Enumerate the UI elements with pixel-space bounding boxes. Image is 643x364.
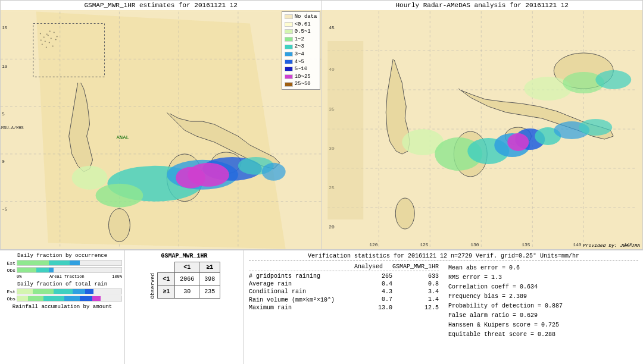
svg-point-19 (72, 166, 108, 190)
rain-chart: Est Obs (2, 288, 122, 302)
metric-7: Equitable threat score = 0.288 (448, 330, 638, 340)
est-label-1: Est (2, 261, 15, 266)
svg-point-18 (96, 184, 143, 208)
stat-row-4: Maximum rain 13.0 12.5 (249, 305, 439, 311)
stat-gsmap-4: 12.5 (397, 305, 439, 311)
col-header-less: <1 (175, 262, 199, 273)
svg-rect-70 (327, 41, 363, 219)
stat-name-3: Rain volume (mm×km²×10⁶) (249, 296, 358, 303)
occurrence-chart: Est Obs 0% A (2, 260, 122, 279)
svg-point-35 (49, 30, 51, 32)
stat-gsmap-2: 3.4 (397, 288, 439, 295)
metric-0: Mean abs error = 0.6 (448, 263, 638, 273)
est-label-2: Est (2, 289, 15, 294)
svg-text:120: 120 (369, 242, 378, 247)
accumulation-title: Rainfall accumulation by amount (2, 304, 122, 310)
contingency-panel: GSMAP_MWR_1HR <1 ≥1 Observed <1 2066 398… (125, 250, 244, 364)
svg-point-17 (176, 167, 205, 189)
legend-3-4: 3~4 (285, 51, 317, 58)
occurrence-title: Daily fraction by occurrence (2, 253, 122, 259)
stats-title: Verification statistics for 20161121 12 … (249, 253, 638, 261)
occurrence-obs-bar (17, 267, 122, 273)
stat-analysed-2: 4.3 (363, 288, 392, 295)
stat-name-0: # gridpoints raining (249, 273, 358, 280)
right-map-title: Hourly Radar-AMeDAS analysis for 2016112… (322, 1, 643, 10)
right-map-svg: 45 40 35 30 25 20 120 125 130 135 140 14… (322, 11, 643, 249)
bottom-row: Daily fraction by occurrence Est Obs (0, 250, 643, 364)
svg-point-24 (45, 40, 46, 42)
obs-label-2: Obs (2, 296, 15, 302)
svg-text:45: 45 (329, 25, 335, 30)
svg-point-25 (54, 32, 55, 33)
stats-col-headers: Analysed GSMAP_MWR_1HR (249, 263, 439, 271)
metric-1: RMS error = 1.3 (448, 273, 638, 283)
stat-row-2: Conditional rain 4.3 3.4 (249, 288, 439, 295)
rain-title: Daily fraction of total rain (2, 281, 122, 287)
stat-row-1: Average rain 0.4 0.8 (249, 281, 439, 287)
stat-row-3: Rain volume (mm×km²×10⁶) 0.7 1.4 (249, 296, 439, 303)
svg-point-23 (51, 37, 52, 39)
rain-obs-row: Obs (2, 296, 122, 302)
legend-05-1: 0.5~1 (285, 28, 317, 36)
legend-4-5: 4~5 (285, 58, 317, 66)
stats-grid: Analysed GSMAP_MWR_1HR # gridpoints rain… (249, 263, 638, 340)
legend-no-data: No data (285, 13, 317, 21)
svg-text:ANAL: ANAL (116, 135, 129, 141)
rain-est-bar (17, 288, 122, 294)
legend-001: <0.01 (285, 21, 317, 29)
right-map-svg-container: 45 40 35 30 25 20 120 125 130 135 140 14… (322, 11, 643, 249)
occurrence-obs-row: Obs (2, 267, 122, 273)
legend-10-25: 10~25 (285, 73, 317, 81)
cell-gl: 30 (175, 285, 199, 299)
svg-point-27 (57, 36, 58, 37)
svg-point-21 (262, 163, 286, 181)
occurrence-axis: 0% Areal fraction 100% (2, 274, 122, 279)
stats-panel: Verification statistics for 20161121 12 … (244, 250, 643, 364)
metric-5: False alarm ratio = 0.629 (448, 311, 638, 321)
stat-name-2: Conditional rain (249, 288, 358, 295)
legend: No data <0.01 0.5~1 1~2 2~3 (282, 11, 320, 90)
stat-gsmap-1: 0.8 (397, 281, 439, 287)
main-container: GSMAP_MWR_1HR estimates for 20161121 12 … (0, 0, 643, 364)
left-map-svg: 15 10 5 0 -5 ANAL (1, 11, 322, 249)
stat-analysed-0: 265 (363, 273, 392, 280)
svg-text:-5: -5 (2, 206, 8, 212)
svg-text:0: 0 (2, 159, 5, 164)
cell-lg: 398 (199, 273, 220, 286)
row-header-ge: ≥1 (158, 285, 175, 299)
metric-2: Correlation coeff = 0.634 (448, 283, 638, 292)
svg-point-34 (46, 46, 47, 48)
col-header-analysed: Analysed (353, 263, 383, 270)
svg-point-30 (40, 39, 42, 40)
svg-point-32 (43, 36, 45, 37)
svg-point-28 (46, 33, 48, 34)
left-map-y-label: MetOp-A/AMSU-A/MHS (0, 125, 24, 130)
stat-analysed-4: 13.0 (363, 305, 392, 311)
svg-point-80 (579, 119, 612, 136)
legend-1-2: 1~2 (285, 36, 317, 43)
obs-side-label: Observed (148, 273, 158, 299)
cont-title: GSMAP_MWR_1HR (129, 253, 240, 259)
svg-point-33 (55, 39, 57, 40)
obs-label-1: Obs (2, 268, 15, 273)
left-map-svg-container: 15 10 5 0 -5 ANAL MetOp-A/AMSU-A/MHS (1, 11, 322, 249)
provided-by-label: Provided by: JWA/JMA (583, 243, 640, 248)
legend-2-3: 2~3 (285, 43, 317, 51)
col-header-gsmap: GSMAP_MWR_1HR (392, 263, 439, 270)
stat-gsmap-0: 633 (397, 273, 439, 280)
svg-text:140: 140 (573, 242, 582, 247)
contingency-table: <1 ≥1 Observed <1 2066 398 ≥1 30 235 (148, 262, 221, 299)
stats-left-col: Analysed GSMAP_MWR_1HR # gridpoints rain… (249, 263, 439, 340)
legend-5-10: 5~10 (285, 65, 317, 73)
charts-panel: Daily fraction by occurrence Est Obs (0, 250, 125, 364)
metric-3: Frequency bias = 2.389 (448, 292, 638, 302)
right-map-panel: Hourly Radar-AMeDAS analysis for 2016112… (322, 0, 644, 250)
svg-text:10: 10 (2, 64, 8, 69)
svg-text:130: 130 (470, 242, 479, 247)
rain-obs-bar (17, 296, 122, 302)
svg-point-77 (507, 133, 529, 151)
stat-analysed-1: 0.4 (363, 281, 392, 287)
svg-point-29 (49, 42, 50, 43)
left-map-title: GSMAP_MWR_1HR estimates for 20161121 12 (1, 1, 322, 10)
svg-text:125: 125 (420, 242, 429, 247)
